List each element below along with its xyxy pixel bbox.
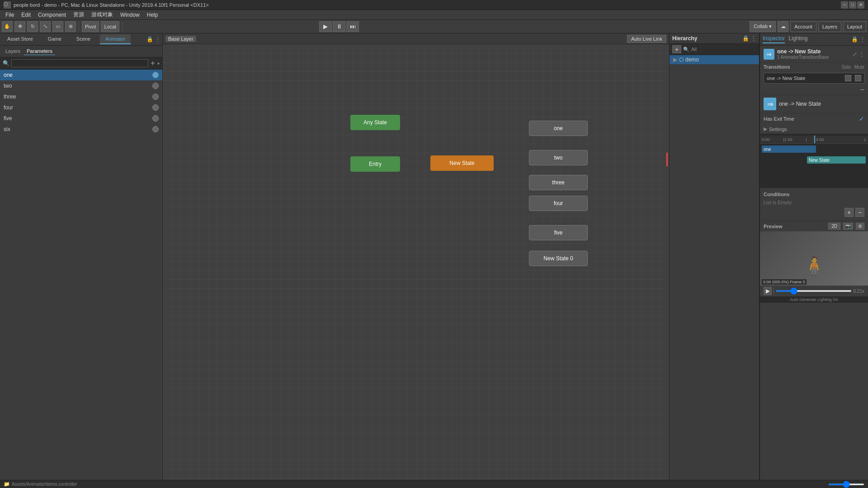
animator-canvas[interactable]: Any State Entry New State one two three (163, 44, 669, 480)
param-name-one: one (4, 72, 13, 78)
menu-component[interactable]: Component (34, 11, 70, 19)
entry-node[interactable]: Entry (350, 156, 400, 172)
inspector-expand-icon[interactable]: ⤢ (853, 51, 857, 57)
preview-2d-button[interactable]: 2D (828, 223, 840, 230)
hand-tool-button[interactable]: ✋ (2, 21, 13, 32)
account-button[interactable]: Account (790, 21, 816, 32)
transition-detail-label: one -> New State (779, 101, 821, 107)
param-item-five[interactable]: five (0, 113, 162, 124)
remove-condition-button[interactable]: − (855, 208, 864, 217)
timeline-marker-1: |1:00 (783, 137, 793, 142)
has-exit-time-checkbox[interactable]: ✓ (859, 115, 864, 122)
preview-canvas: 🧍 0:00 (000.0%) Frame 0 (760, 231, 868, 286)
layers-button[interactable]: Layers (818, 21, 841, 32)
tab-parameters[interactable]: Parameters (24, 47, 55, 55)
tab-game[interactable]: Game (42, 34, 67, 44)
step-button[interactable]: ⏭ (346, 21, 359, 32)
timeline-marker-0: 0:00 (762, 137, 770, 142)
param-item-two[interactable]: two (0, 80, 162, 91)
preview-play-button[interactable]: ▶ (764, 287, 772, 295)
pivot-button[interactable]: Pivot (82, 21, 99, 32)
transform-tool-button[interactable]: ⊕ (65, 21, 76, 32)
layout-button[interactable]: Layout (843, 21, 866, 32)
add-param-button[interactable]: + (148, 59, 157, 68)
tab-scene[interactable]: Scene (71, 34, 96, 44)
preview-settings-button[interactable]: ⚙ (856, 223, 864, 230)
grid-background (163, 44, 669, 480)
param-name-five: five (4, 115, 12, 122)
any-state-node[interactable]: Any State (350, 115, 400, 130)
menu-gameobject[interactable]: 游戏对象 (88, 10, 117, 19)
inspector-tab[interactable]: Inspector (763, 35, 785, 43)
dropdown-icon[interactable]: ▾ (157, 61, 160, 66)
menu-assets[interactable]: 资源 (70, 10, 88, 19)
play-button[interactable]: ▶ (319, 21, 332, 32)
param-dot-six (152, 126, 159, 132)
cloud-button[interactable]: ☁ (778, 21, 788, 32)
mute-checkbox[interactable] (855, 75, 861, 81)
conditions-title: Conditions (764, 190, 864, 199)
auto-live-link-button[interactable]: Auto Live Link (627, 35, 666, 43)
state-five-node[interactable]: five (529, 225, 588, 240)
hierarchy-menu-icon[interactable]: ⋮ (751, 35, 756, 42)
tab-asset-store[interactable]: Asset Store (2, 34, 39, 44)
rotate-tool-button[interactable]: ↻ (27, 21, 38, 32)
minimize-button[interactable]: ─ (841, 1, 848, 9)
title-bar: ⬡ people bord - demo - PC, Mac & Linux S… (0, 0, 868, 10)
transition-icon: ⇒ (764, 49, 774, 60)
has-exit-time-label: Has Exit Time (764, 116, 857, 122)
add-condition-button[interactable]: + (844, 208, 854, 217)
settings-toggle[interactable]: ▶ Settings (760, 124, 868, 134)
hierarchy-add-button[interactable]: + (672, 45, 681, 53)
panel-lock-icon[interactable]: 🔒 (146, 36, 153, 42)
state-one-node[interactable]: one (529, 121, 588, 136)
rect-tool-button[interactable]: ▭ (52, 21, 63, 32)
timeline-playhead[interactable] (814, 136, 815, 143)
tab-layers[interactable]: Layers (3, 47, 23, 55)
inspector-settings-icon[interactable]: ⋮ (859, 51, 864, 57)
transition-title: one -> New State (777, 48, 829, 55)
param-item-four[interactable]: four (0, 102, 162, 113)
solo-checkbox[interactable] (845, 75, 851, 81)
remove-transition-button[interactable]: − (860, 86, 864, 94)
param-search-input[interactable] (11, 59, 148, 67)
hierarchy-lock-icon[interactable]: 🔒 (742, 35, 749, 42)
maximize-button[interactable]: □ (849, 1, 856, 9)
red-indicator (666, 153, 668, 166)
param-item-six[interactable]: six (0, 124, 162, 135)
conditions-controls: + − (764, 206, 864, 219)
state-two-node[interactable]: two (529, 150, 588, 165)
scale-tool-button[interactable]: ⤡ (40, 21, 51, 32)
inspector-lock-icon[interactable]: 🔒 (851, 36, 858, 42)
has-exit-time-row: Has Exit Time ✓ (760, 113, 868, 124)
param-item-three[interactable]: three (0, 91, 162, 102)
menu-window[interactable]: Window (117, 11, 143, 19)
state-three-node[interactable]: three (529, 175, 588, 190)
hierarchy-item-demo[interactable]: ▶ ⬡ demo (670, 55, 759, 64)
collab-button[interactable]: Collab ▾ (750, 21, 776, 32)
new-state-node[interactable]: New State (430, 155, 494, 171)
panel-menu-icon[interactable]: ⋮ (155, 36, 160, 42)
inspector-menu-icon[interactable]: ⋮ (860, 36, 865, 42)
tab-animator[interactable]: Animator (100, 34, 131, 44)
lighting-tab[interactable]: Lighting (788, 35, 807, 43)
menu-file[interactable]: File (2, 11, 18, 19)
inspector-panel: Inspector Lighting 🔒 ⋮ ⇒ one -> New Stat… (760, 33, 868, 488)
window-controls[interactable]: ─ □ ✕ (841, 1, 864, 9)
search-hierarchy-icon: 🔍 (683, 47, 689, 52)
new-state-0-node[interactable]: New State 0 (529, 251, 588, 266)
close-button[interactable]: ✕ (857, 1, 864, 9)
preview-camera-button[interactable]: 📷 (843, 223, 853, 230)
local-button[interactable]: Local (101, 21, 119, 32)
menu-edit[interactable]: Edit (18, 11, 34, 19)
base-layer-label[interactable]: Base Layer (165, 36, 196, 42)
transition-item-one-new-state[interactable]: one -> New State (764, 73, 864, 83)
preview-slider[interactable] (776, 290, 852, 292)
param-item-one[interactable]: one (0, 70, 162, 80)
timeline-area: 0:00 |1:00 | 4:00 1 one New State (760, 134, 868, 188)
move-tool-button[interactable]: ✥ (14, 21, 25, 32)
state-four-node[interactable]: four (529, 196, 588, 211)
menu-help[interactable]: Help (143, 11, 162, 19)
pause-button[interactable]: ⏸ (333, 21, 345, 32)
asset-size-slider[interactable] (828, 483, 864, 485)
